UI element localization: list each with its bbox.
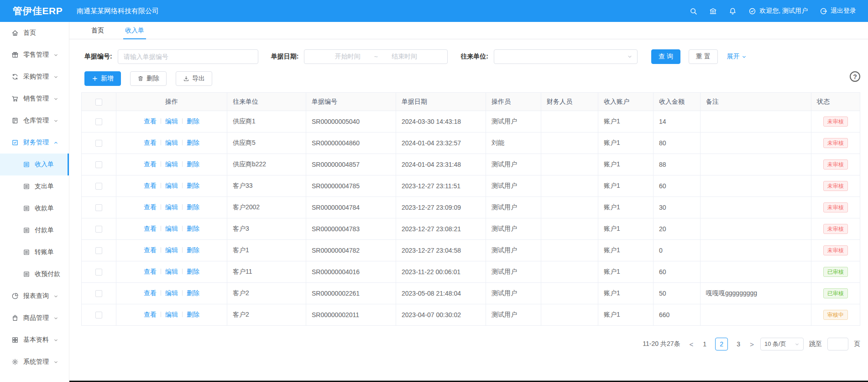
finance-icon — [11, 139, 19, 146]
edit-link[interactable]: 编辑 — [165, 139, 178, 146]
sidebar-item-basic[interactable]: 基本资料 — [0, 329, 69, 351]
edit-link[interactable]: 编辑 — [165, 117, 178, 125]
edit-link[interactable]: 编辑 — [165, 182, 178, 189]
partner-select[interactable] — [494, 49, 638, 64]
sidebar-item-sales[interactable]: 销售管理 — [0, 88, 69, 110]
edit-link[interactable]: 编辑 — [165, 311, 178, 318]
export-button[interactable]: 导出 — [176, 71, 212, 86]
delete-link[interactable]: 删除 — [187, 139, 199, 146]
row-checkbox[interactable] — [95, 183, 102, 190]
row-checkbox[interactable] — [95, 269, 102, 276]
page-button-1[interactable]: 1 — [700, 338, 710, 350]
view-link[interactable]: 查看 — [144, 139, 157, 146]
edit-link[interactable]: 编辑 — [165, 225, 178, 232]
view-link[interactable]: 查看 — [144, 160, 157, 168]
delete-link[interactable]: 删除 — [187, 289, 199, 297]
sidebar-item-warehouse[interactable]: 仓库管理 — [0, 110, 69, 132]
edit-link[interactable]: 编辑 — [165, 203, 178, 211]
table-row: 查看编辑删除客户3SR000000047832023-12-27 23:08:2… — [82, 218, 860, 240]
sidebar-item-retail[interactable]: 零售管理 — [0, 44, 69, 66]
sidebar-item-goods[interactable]: 商品管理 — [0, 307, 69, 329]
expand-filters-link[interactable]: 展开 — [727, 53, 747, 61]
delete-link[interactable]: 删除 — [187, 203, 199, 211]
view-link[interactable]: 查看 — [144, 182, 157, 189]
reset-button[interactable]: 重 置 — [689, 49, 718, 64]
view-link[interactable]: 查看 — [144, 246, 157, 254]
tab-home[interactable]: 首页 — [91, 22, 104, 39]
edit-link[interactable]: 编辑 — [165, 268, 178, 275]
column-header: 状态 — [811, 93, 860, 111]
sidebar-item-home[interactable]: 首页 — [0, 22, 69, 44]
delete-link[interactable]: 删除 — [187, 268, 199, 275]
page-size-select[interactable]: 10 条/页 — [760, 338, 804, 350]
view-link[interactable]: 查看 — [144, 268, 157, 275]
edit-link[interactable]: 编辑 — [165, 289, 178, 297]
sidebar-item-income[interactable]: 收入单 — [0, 154, 69, 175]
prev-page-button[interactable]: < — [688, 340, 694, 348]
delete-button[interactable]: 删除 — [130, 71, 167, 86]
delete-link[interactable]: 删除 — [187, 160, 199, 168]
welcome-user[interactable]: 欢迎您, 测试用户 — [748, 7, 808, 15]
edit-link[interactable]: 编辑 — [165, 246, 178, 254]
search-button[interactable] — [690, 7, 697, 15]
page-button-3[interactable]: 3 — [733, 338, 743, 350]
app-logo: 管伊佳ERP — [0, 5, 72, 17]
sidebar-item-receipt[interactable]: 收款单 — [0, 197, 69, 219]
jump-page-input[interactable] — [827, 338, 848, 350]
sidebar-item-payment[interactable]: 付款单 — [0, 219, 69, 241]
chevron-down-icon — [53, 96, 58, 101]
delete-link[interactable]: 删除 — [187, 225, 199, 232]
doc-no-input[interactable] — [118, 49, 258, 64]
delete-link[interactable]: 删除 — [187, 182, 199, 189]
delete-link[interactable]: 删除 — [187, 246, 199, 254]
amount-cell: 0 — [654, 240, 701, 261]
bank-button[interactable] — [709, 7, 717, 15]
row-checkbox[interactable] — [95, 140, 102, 147]
table-row: 查看编辑删除客户33SR000000047852023-12-27 23:11:… — [82, 175, 860, 197]
view-link[interactable]: 查看 — [144, 225, 157, 232]
row-checkbox[interactable] — [95, 204, 102, 211]
row-checkbox[interactable] — [95, 226, 102, 233]
delete-link[interactable]: 删除 — [187, 117, 199, 125]
view-link[interactable]: 查看 — [144, 117, 157, 125]
status-cell: 审核中 — [811, 304, 860, 326]
search-submit-button[interactable]: 查 询 — [651, 49, 680, 64]
page-button-2[interactable]: 2 — [715, 338, 728, 350]
operator-cell: 刘能 — [486, 133, 541, 154]
row-checkbox[interactable] — [95, 290, 102, 297]
finance-cell — [541, 304, 598, 326]
row-checkbox[interactable] — [95, 118, 102, 125]
view-link[interactable]: 查看 — [144, 203, 157, 211]
next-page-button[interactable]: > — [749, 340, 755, 348]
add-button[interactable]: 新增 — [84, 71, 121, 86]
logout-button[interactable]: 退出登录 — [820, 7, 856, 15]
delete-link[interactable]: 删除 — [187, 311, 199, 318]
column-header: 操作 — [116, 93, 227, 111]
help-icon[interactable]: ? — [850, 71, 860, 82]
date-range-picker[interactable]: 开始时间 ~ 结束时间 — [304, 49, 448, 64]
table-wrap: 操作往来单位单据编号单据日期操作员财务人员收入账户收入金额备注状态查看编辑删除供… — [81, 92, 860, 326]
partner-cell: 客户2002 — [227, 197, 306, 218]
notifications-button[interactable] — [729, 7, 737, 15]
sidebar-item-transfer[interactable]: 转账单 — [0, 241, 69, 263]
select-all-checkbox[interactable] — [95, 99, 102, 106]
sidebar-item-reports[interactable]: 报表查询 — [0, 285, 69, 307]
sidebar-item-prepayment[interactable]: 收预付款 — [0, 263, 69, 285]
view-link[interactable]: 查看 — [144, 289, 157, 297]
sidebar-item-purchase[interactable]: 采购管理 — [0, 66, 69, 88]
sidebar-item-finance[interactable]: 财务管理 — [0, 132, 69, 154]
view-link[interactable]: 查看 — [144, 311, 157, 318]
doc-no-cell: SR00000004016 — [306, 261, 396, 283]
edit-link[interactable]: 编辑 — [165, 160, 178, 168]
row-checkbox[interactable] — [95, 247, 102, 254]
date-cell: 2023-04-07 00:30:02 — [396, 304, 486, 326]
tab-income[interactable]: 收入单 — [125, 22, 144, 39]
row-checkbox[interactable] — [95, 161, 102, 168]
sidebar-item-expense[interactable]: 支出单 — [0, 175, 69, 197]
row-checkbox[interactable] — [95, 312, 102, 318]
sidebar-item-system[interactable]: 系统管理 — [0, 351, 69, 373]
page-unit-label: 页 — [854, 340, 860, 348]
status-badge: 未审核 — [823, 224, 848, 234]
chevron-down-icon — [742, 54, 747, 59]
account-cell: 账户1 — [598, 154, 654, 175]
